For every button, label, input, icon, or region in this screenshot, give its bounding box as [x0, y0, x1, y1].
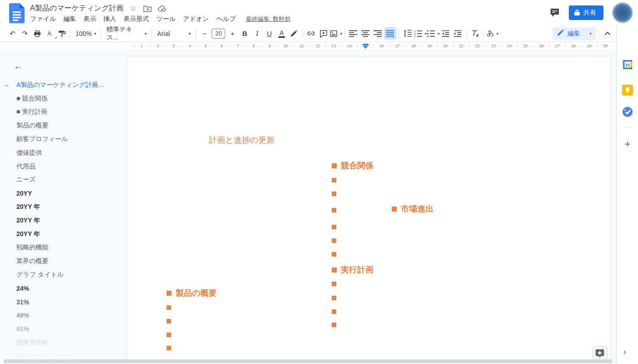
outline-item[interactable]: 戦略的機能 — [0, 241, 123, 255]
ruler-unit: 14 — [342, 42, 358, 50]
ruler[interactable]: 1234567891011121314151617181920212223242… — [0, 42, 616, 50]
spellcheck-button[interactable]: A✓ — [43, 27, 56, 40]
comments-icon[interactable] — [550, 8, 560, 18]
doc-bullet[interactable] — [332, 192, 336, 196]
outline-item[interactable]: 20YY 年 — [0, 200, 123, 214]
star-icon[interactable]: ☆ — [130, 4, 137, 13]
outline-item[interactable]: 代用品 — [0, 160, 123, 173]
doc-bullet[interactable] — [167, 333, 171, 337]
doc-bullet[interactable] — [167, 319, 171, 324]
underline-button[interactable]: U — [263, 27, 275, 40]
horizontal-scrollbar[interactable] — [4, 359, 613, 363]
outline-item[interactable]: ■ 実行計画 — [0, 106, 123, 119]
outline-item[interactable]: グラフ タイトル — [0, 268, 123, 282]
outline-item[interactable]: ニーズ — [0, 173, 123, 187]
outline-item[interactable]: 20YY 年 — [0, 214, 123, 228]
document-page[interactable]: 計画と進捗の更新競合関係市場進出実行計画製品の概要 — [127, 56, 611, 364]
doc-heading[interactable]: 実行計画 — [332, 264, 374, 275]
move-folder-icon[interactable] — [143, 5, 152, 12]
indent-marker[interactable] — [363, 44, 369, 49]
increase-font-size-button[interactable]: + — [226, 27, 238, 40]
undo-button[interactable]: ↶ — [6, 27, 19, 40]
justify-button[interactable] — [384, 27, 396, 40]
explore-button[interactable] — [592, 346, 608, 361]
doc-heading[interactable]: 市場進出 — [392, 203, 434, 214]
doc-bullet[interactable] — [332, 178, 336, 182]
align-right-button[interactable] — [372, 27, 384, 40]
menu-ツール[interactable]: ツール — [152, 14, 179, 24]
align-left-button[interactable] — [347, 27, 360, 40]
italic-button[interactable]: I — [251, 27, 263, 40]
align-center-button[interactable] — [360, 27, 372, 40]
menu-ファイル[interactable]: ファイル — [26, 14, 60, 24]
hide-menus-button[interactable] — [601, 27, 613, 40]
doc-bullet[interactable] — [332, 282, 336, 286]
doc-bullet[interactable] — [332, 323, 336, 327]
doc-heading[interactable]: 競合関係 — [332, 160, 374, 171]
menu-アドオン[interactable]: アドオン — [179, 14, 213, 24]
keep-icon[interactable] — [622, 85, 633, 96]
calendar-icon[interactable]: 31 — [622, 59, 633, 70]
highlight-color-button[interactable] — [288, 27, 300, 40]
doc-bullet[interactable] — [332, 238, 336, 243]
doc-bullet[interactable] — [332, 296, 336, 300]
doc-bullet[interactable] — [167, 305, 171, 310]
outline-item[interactable]: 製品の概要 — [0, 119, 123, 132]
input-tools-button[interactable]: あ▾ — [486, 27, 499, 40]
doc-title[interactable]: 計画と進捗の更新 — [209, 135, 275, 146]
document-title[interactable]: A製品のマーケティング計画 — [30, 4, 123, 13]
doc-bullet[interactable] — [167, 346, 171, 350]
get-addons-button[interactable]: + — [622, 139, 633, 150]
menu-編集[interactable]: 編集 — [60, 14, 80, 24]
close-outline-button[interactable]: ← — [14, 61, 25, 72]
hide-side-panel-button[interactable]: › — [623, 347, 626, 357]
menu-表示[interactable]: 表示 — [80, 14, 100, 24]
paragraph-style-select[interactable]: 標準テキス...▾ — [104, 27, 149, 40]
menu-表示形式[interactable]: 表示形式 — [120, 14, 152, 24]
zoom-select[interactable]: 100%▾ — [73, 27, 99, 40]
decrease-font-size-button[interactable]: − — [198, 27, 211, 40]
tasks-icon[interactable] — [622, 106, 633, 117]
clear-formatting-button[interactable] — [469, 27, 481, 40]
numbered-list-button[interactable]: 1 2 3 ▾ — [414, 27, 427, 40]
line-spacing-button[interactable] — [401, 27, 414, 40]
doc-bullet[interactable] — [332, 208, 336, 212]
font-select[interactable]: Arial▾ — [154, 27, 193, 40]
bold-button[interactable]: B — [238, 27, 251, 40]
outline-item[interactable]: ■ 競合関係 — [0, 92, 123, 106]
outline-item[interactable]: 24% — [0, 282, 123, 295]
outline-item[interactable]: –A製品のマーケティング計画... — [0, 78, 123, 92]
decrease-indent-button[interactable] — [440, 27, 452, 40]
menu-ヘルプ[interactable]: ヘルプ — [213, 14, 239, 24]
redo-button[interactable]: ↷ — [19, 27, 31, 40]
insert-image-button[interactable]: ▾ — [329, 27, 342, 40]
print-button[interactable] — [31, 27, 43, 40]
outline-item[interactable]: 31% — [0, 295, 123, 309]
menu-挿入[interactable]: 挿入 — [100, 14, 120, 24]
editing-mode-select[interactable]: 編集 ▾ — [552, 27, 596, 40]
cloud-status-icon[interactable] — [158, 5, 167, 12]
outline-item[interactable]: 91% — [0, 322, 123, 336]
doc-bullet[interactable] — [332, 309, 336, 314]
outline-item[interactable]: 20YY — [0, 187, 123, 200]
outline-item[interactable]: 競争力分析 — [0, 336, 123, 349]
share-button[interactable]: 共有 — [569, 5, 603, 20]
ruler-unit: 1 — [134, 42, 150, 50]
outline-item[interactable]: 業界の概要 — [0, 254, 123, 268]
docs-logo-icon[interactable] — [9, 3, 25, 25]
doc-bullet[interactable] — [332, 225, 336, 229]
user-avatar[interactable] — [613, 3, 633, 23]
bulleted-list-button[interactable]: ▾ — [426, 27, 440, 40]
doc-heading[interactable]: 製品の概要 — [167, 288, 217, 298]
outline-item[interactable]: 価値提供 — [0, 146, 123, 160]
increase-indent-button[interactable] — [452, 27, 464, 40]
outline-item[interactable]: 20YY 年 — [0, 228, 123, 241]
doc-bullet[interactable] — [332, 252, 336, 257]
last-edited-link[interactable]: 最終編集: 数秒前 — [246, 15, 290, 23]
outline-item[interactable]: 49% — [0, 309, 123, 323]
outline-item[interactable]: 顧客プロフィール — [0, 132, 123, 146]
add-comment-button[interactable] — [317, 27, 329, 40]
font-size-input[interactable]: 20 — [212, 29, 225, 39]
text-color-button[interactable]: A — [275, 27, 288, 40]
insert-link-button[interactable] — [305, 27, 317, 40]
